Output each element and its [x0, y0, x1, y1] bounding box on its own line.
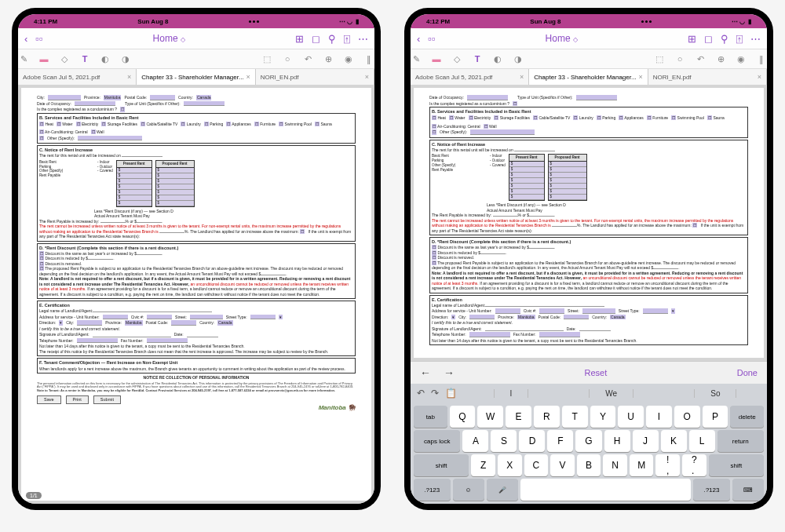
search-icon[interactable]: ⚲: [328, 33, 336, 45]
key-shift[interactable]: shift: [414, 454, 469, 476]
key[interactable]: Q: [450, 406, 476, 428]
app-toolbar: ‹ ▫▫ Home ◇ ⊞ ◻ ⚲ ⍐ ⋯: [18, 28, 374, 49]
share-icon[interactable]: ⍐: [344, 33, 350, 45]
ruler-icon[interactable]: ○: [282, 53, 293, 64]
key-return[interactable]: return: [717, 430, 764, 452]
lasso-icon[interactable]: ⬚: [261, 53, 272, 64]
paste-icon[interactable]: 📋: [445, 388, 457, 399]
date: Sun Aug 8: [530, 18, 560, 25]
keyboard-toolbar: ←→ Reset Done: [411, 361, 767, 384]
library-icon[interactable]: ▫▫: [35, 33, 42, 45]
suggestion[interactable]: We: [589, 389, 633, 398]
bookmark-icon[interactable]: ◻: [312, 33, 320, 45]
key-num[interactable]: .?123: [693, 479, 730, 501]
ipad-right: 4:12 PM Sun Aug 8 ⋯ ◡▮ ‹▫▫ Home ◇ ⊞◻⚲⍐⋯ …: [404, 8, 773, 510]
shape-icon[interactable]: ◇: [59, 53, 70, 64]
mic-icon[interactable]: 🎤: [487, 479, 518, 501]
key-space[interactable]: [520, 479, 691, 501]
document-tabs: Adobe Scan Jul 5, 2021.pdf× Chapter 33 -…: [18, 69, 374, 85]
statusbar: 4:12 PM Sun Aug 8 ⋯ ◡▮: [411, 14, 767, 28]
page-title[interactable]: Home ◇: [442, 33, 681, 44]
close-icon[interactable]: ×: [246, 73, 250, 81]
screen: 4:12 PM Sun Aug 8 ⋯ ◡▮ ‹▫▫ Home ◇ ⊞◻⚲⍐⋯ …: [411, 14, 767, 504]
key-delete[interactable]: delete: [730, 406, 764, 428]
battery-icon: ▮: [356, 18, 359, 25]
keyboard-suggestions: ↶↷📋 I We So: [411, 384, 767, 403]
record-icon[interactable]: ◉: [343, 53, 354, 64]
suggestion[interactable]: So: [694, 389, 736, 398]
emoji-icon[interactable]: ☺: [453, 479, 484, 501]
annotation-tools: ✎ ▬ ◇ T ◐ ◑ ⬚ ○ ↶ ⊕ ◉ ‖: [18, 49, 374, 69]
reset-button[interactable]: Reset: [584, 368, 607, 377]
keyboard: tab QWERTYUIOP delete caps lock ASDFGHJK…: [411, 403, 767, 504]
pause-icon[interactable]: ‖: [363, 53, 374, 64]
next-icon[interactable]: →: [444, 366, 455, 379]
tab-2[interactable]: Chapter 33 - Shareholder Manager...×: [137, 69, 255, 85]
thumbnails-icon[interactable]: ⊞: [295, 33, 304, 45]
document-viewport[interactable]: Date of Occupancy: Type of Unit (Specifi…: [411, 85, 767, 361]
tab-1[interactable]: Adobe Scan Jul 5, 2021.pdf×: [411, 69, 529, 85]
highlighter-icon[interactable]: ▬: [38, 53, 49, 64]
time: 4:12 PM: [426, 18, 450, 25]
more-icon[interactable]: ⋯: [358, 33, 368, 45]
key-num[interactable]: .?123: [414, 479, 451, 501]
page-title[interactable]: Home ◇: [49, 33, 289, 44]
add-icon[interactable]: ⊕: [323, 53, 334, 64]
wifi-icon: ⋯ ◡: [339, 18, 352, 25]
tab-3[interactable]: NORI_EN.pdf×: [648, 69, 767, 85]
status-icons: ⋯ ◡ ▮: [339, 18, 359, 25]
suggestion[interactable]: I: [494, 389, 529, 398]
close-icon[interactable]: ×: [127, 73, 131, 81]
dismiss-keyboard-icon[interactable]: ⌨: [732, 479, 764, 501]
key-tab[interactable]: tab: [414, 406, 447, 428]
done-button[interactable]: Done: [737, 368, 758, 377]
key-shift[interactable]: shift: [709, 454, 764, 476]
pdf-page[interactable]: Date of Occupancy: Type of Unit (Specifi…: [414, 88, 764, 358]
redo-icon[interactable]: ↷: [431, 388, 439, 399]
pen-icon[interactable]: ✎: [18, 53, 29, 64]
page-indicator: 1/1: [26, 492, 42, 499]
prev-icon[interactable]: ←: [420, 366, 431, 379]
document-viewport[interactable]: City: Province: Manitoba Postal Code: Co…: [18, 85, 374, 504]
undo-icon[interactable]: ↶: [302, 53, 313, 64]
pdf-page[interactable]: City: Province: Manitoba Postal Code: Co…: [21, 88, 371, 501]
screen: 4:11 PM Sun Aug 8 ⋯ ◡ ▮ ‹ ▫▫ Home ◇ ⊞ ◻ …: [18, 14, 374, 504]
ipad-left: 4:11 PM Sun Aug 8 ⋯ ◡ ▮ ‹ ▫▫ Home ◇ ⊞ ◻ …: [12, 8, 381, 510]
eraser2-icon[interactable]: ◑: [120, 53, 131, 64]
undo-icon[interactable]: ↶: [417, 388, 425, 399]
date: Sun Aug 8: [137, 18, 168, 25]
tab-3[interactable]: NORI_EN.pdf×: [256, 69, 374, 85]
eraser-icon[interactable]: ◐: [100, 53, 111, 64]
time: 4:11 PM: [34, 18, 57, 25]
tab-1[interactable]: Adobe Scan Jul 5, 2021.pdf×: [18, 69, 137, 85]
back-icon[interactable]: ‹: [24, 33, 27, 45]
key-caps[interactable]: caps lock: [414, 430, 460, 452]
tab-2[interactable]: Chapter 33 - Shareholder Manager...×: [529, 69, 648, 85]
text-icon[interactable]: T: [79, 53, 90, 64]
close-icon[interactable]: ×: [365, 73, 369, 81]
statusbar: 4:11 PM Sun Aug 8 ⋯ ◡ ▮: [18, 14, 374, 28]
back-icon[interactable]: ‹: [417, 33, 420, 45]
library-icon[interactable]: ▫▫: [428, 33, 435, 45]
